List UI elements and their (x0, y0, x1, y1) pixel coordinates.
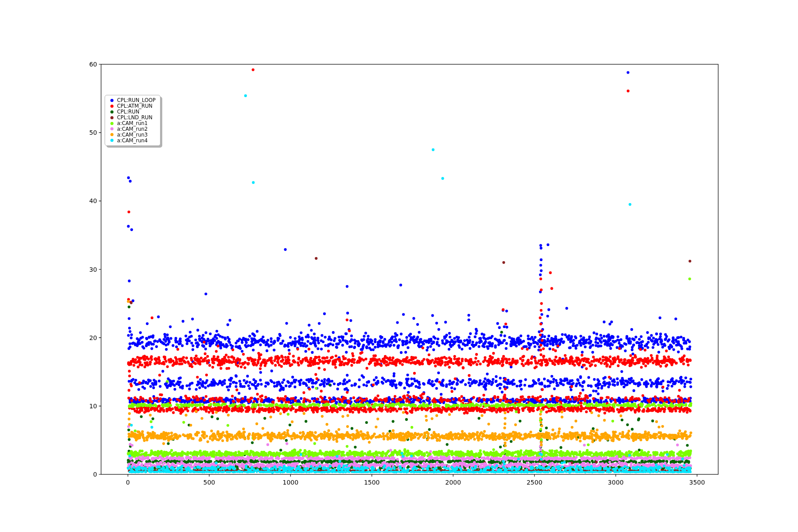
legend: CPL:RUN_LOOPCPL:ATM_RUNCPL:RUNCPL:LND_RU… (105, 95, 160, 146)
legend-marker-icon (110, 122, 113, 125)
x-tick-label: 1000 (282, 479, 298, 486)
y-tick-label: 30 (89, 266, 97, 273)
legend-item: a:CAM_run3 (109, 132, 156, 137)
legend-marker-icon (110, 127, 113, 130)
x-tick-label: 3500 (689, 479, 705, 486)
x-tick-label: 500 (203, 479, 215, 486)
legend-item: CPL:RUN_LOOP (109, 98, 156, 103)
legend-item-label: a:CAM_run2 (117, 126, 148, 132)
legend-item-label: CPL:RUN_LOOP (117, 97, 156, 103)
legend-item-label: a:CAM_run4 (117, 137, 148, 144)
y-tick-label: 10 (89, 403, 97, 410)
legend-item-label: CPL:LND_RUN (117, 114, 153, 121)
legend-item: CPL:RUN (109, 109, 156, 115)
scatter-plot-canvas (0, 0, 798, 532)
legend-marker-icon (110, 133, 113, 136)
legend-marker-icon (110, 139, 113, 142)
x-tick-label: 2500 (527, 479, 543, 486)
legend-item-label: CPL:ATM_RUN (117, 103, 153, 109)
legend-item: a:CAM_run2 (109, 126, 156, 132)
legend-item-label: a:CAM_run3 (117, 132, 148, 138)
y-tick-label: 60 (89, 61, 97, 68)
x-tick-label: 3000 (608, 479, 624, 486)
legend-marker-icon (110, 116, 113, 119)
legend-marker-icon (110, 105, 113, 108)
legend-item: a:CAM_run1 (109, 121, 156, 126)
y-tick-label: 0 (93, 471, 97, 478)
legend-item-label: a:CAM_run1 (117, 120, 148, 126)
figure: Average Time. Y axis cutoff @ 60s. case=… (0, 0, 798, 532)
x-tick-label: 2000 (445, 479, 461, 486)
legend-item: CPL:LND_RUN (109, 115, 156, 121)
y-tick-label: 50 (89, 129, 97, 136)
legend-item-label: CPL:RUN (117, 109, 139, 115)
legend-item: a:CAM_run4 (109, 137, 156, 143)
legend-item: CPL:ATM_RUN (109, 103, 156, 109)
y-tick-label: 40 (89, 197, 97, 204)
legend-marker-icon (110, 110, 113, 113)
y-tick-label: 20 (89, 334, 97, 341)
x-tick-label: 0 (126, 479, 130, 486)
legend-marker-icon (110, 99, 113, 102)
x-tick-label: 1500 (364, 479, 380, 486)
